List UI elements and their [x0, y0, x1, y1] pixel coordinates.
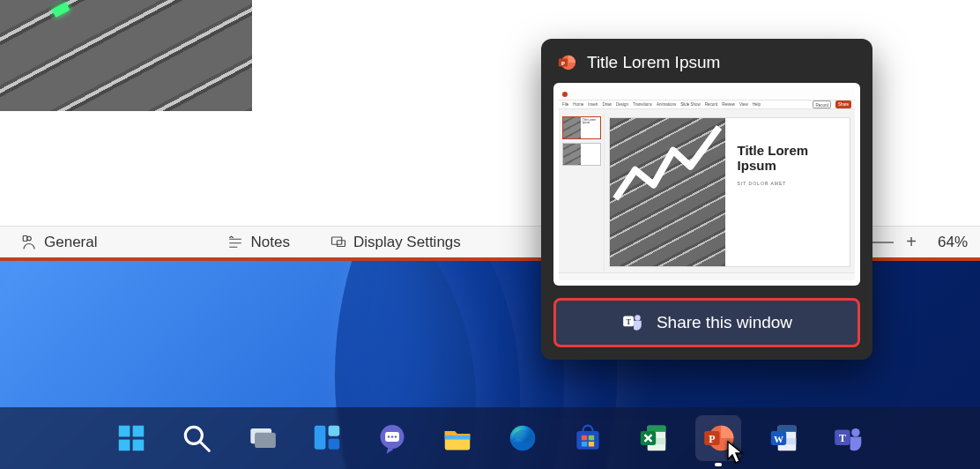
teams-icon: T [621, 311, 644, 334]
taskbar-edge-button[interactable] [500, 415, 546, 461]
taskbar-word-button[interactable]: W [761, 415, 806, 461]
svg-rect-1 [23, 235, 27, 241]
search-icon [180, 421, 213, 455]
taskbar-store-button[interactable] [565, 415, 611, 461]
zoom-in-button[interactable]: + [904, 232, 918, 252]
svg-text:W: W [774, 434, 783, 444]
accessibility-label: General [44, 234, 97, 251]
excel-icon [636, 421, 670, 455]
taskbar-file-explorer-button[interactable] [434, 415, 480, 461]
windows-logo-icon [115, 421, 148, 455]
svg-point-0 [27, 236, 32, 241]
thumb-ribbon-tabs: FileHomeInsertDrawDesignTransitionsAnima… [559, 100, 855, 109]
svg-rect-13 [255, 433, 276, 448]
svg-rect-8 [119, 440, 130, 451]
preview-window-title: Title Lorem Ipsum [587, 53, 720, 72]
svg-text:P: P [709, 433, 715, 445]
svg-text:T: T [839, 432, 846, 444]
svg-point-20 [391, 436, 394, 438]
share-this-window-button[interactable]: T Share this window [553, 298, 860, 347]
svg-rect-30 [648, 426, 666, 432]
preview-thumbnail[interactable]: FileHomeInsertDrawDesignTransitionsAnima… [553, 83, 860, 286]
svg-rect-3 [337, 240, 345, 246]
zoom-value[interactable]: 64% [929, 234, 968, 251]
svg-point-19 [388, 436, 390, 438]
taskbar-powerpoint-button[interactable]: P [695, 415, 741, 461]
notes-icon [227, 234, 243, 250]
taskbar-excel-button[interactable] [630, 415, 676, 461]
word-icon: W [767, 421, 800, 455]
notes-button[interactable]: Notes [215, 227, 301, 257]
folder-icon [441, 421, 474, 455]
display-settings-label: Display Settings [353, 234, 461, 251]
thumb-slide-title: Title Lorem Ipsum [738, 143, 841, 174]
svg-point-47 [635, 315, 641, 321]
taskbar-start-button[interactable] [108, 415, 154, 461]
svg-rect-28 [589, 442, 594, 447]
edge-icon [506, 421, 539, 455]
svg-rect-27 [582, 442, 587, 447]
svg-rect-37 [778, 426, 797, 432]
svg-point-21 [395, 436, 397, 438]
svg-line-11 [201, 443, 210, 451]
svg-rect-22 [445, 436, 471, 440]
display-settings-button[interactable]: Display Settings [318, 227, 473, 257]
svg-text:P: P [561, 60, 565, 66]
display-settings-icon [330, 234, 346, 250]
svg-rect-6 [119, 426, 130, 437]
svg-rect-24 [576, 431, 598, 450]
powerpoint-icon: P [702, 421, 735, 455]
svg-rect-15 [329, 426, 340, 436]
notes-label: Notes [250, 234, 289, 251]
slide-image-fragment [0, 0, 252, 111]
widgets-icon [310, 421, 344, 455]
svg-rect-7 [133, 426, 145, 437]
teams-icon: T [832, 421, 865, 455]
task-view-icon [245, 421, 278, 455]
taskbar-chat-button[interactable] [369, 415, 415, 461]
thumb-slide-subtitle: SIT DOLOR AMET [738, 181, 841, 186]
taskbar-widgets-button[interactable] [304, 415, 350, 461]
chat-icon [375, 421, 409, 455]
svg-point-10 [185, 427, 202, 443]
svg-rect-25 [582, 436, 587, 441]
taskbar-search-button[interactable] [174, 415, 219, 461]
taskbar-teams-button[interactable]: T [826, 415, 872, 461]
accessibility-check-button[interactable]: General [9, 227, 109, 257]
svg-rect-9 [133, 440, 145, 451]
svg-rect-26 [589, 436, 594, 441]
store-icon [571, 421, 605, 455]
preview-titlebar[interactable]: P Title Lorem Ipsum [541, 39, 872, 83]
person-badge-icon [21, 234, 37, 250]
svg-point-41 [851, 428, 860, 437]
windows-taskbar: P W T [0, 407, 980, 469]
taskbar-task-view-button[interactable] [239, 415, 285, 461]
svg-text:T: T [626, 318, 631, 326]
svg-rect-14 [315, 426, 326, 450]
powerpoint-icon: P [557, 53, 576, 72]
svg-rect-16 [329, 439, 340, 450]
taskbar-window-preview: P Title Lorem Ipsum FileHomeInsertDrawDe… [541, 39, 872, 360]
share-button-label: Share this window [657, 313, 792, 332]
